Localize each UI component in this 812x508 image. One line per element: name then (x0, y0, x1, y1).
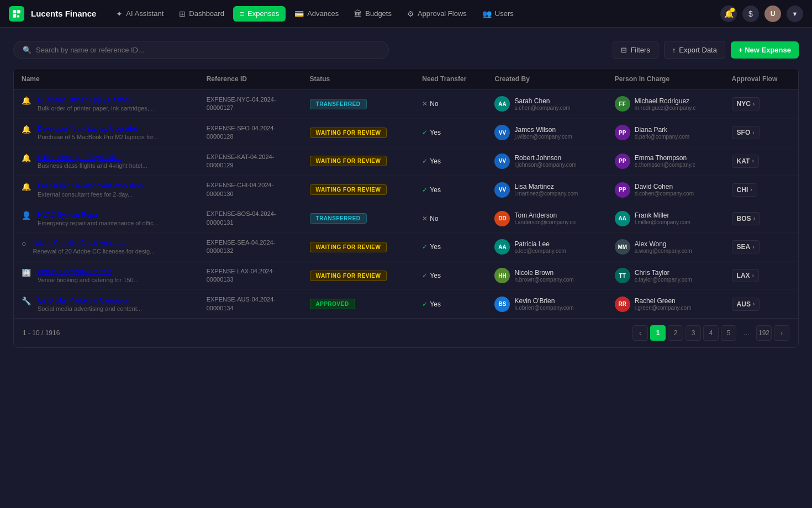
transfer-cell: ✓ Yes (414, 261, 487, 290)
reference-id-cell: EXPENSE-NYC-04.2024-00000127 (199, 90, 302, 119)
table-row[interactable]: 🔔 Leadership Development Workshop Extern… (14, 176, 798, 204)
nav-item-expenses[interactable]: ≡Expenses (233, 6, 286, 22)
expense-link[interactable]: Adobe Creative Cloud Annual... (33, 239, 125, 247)
created-by-user: VV Lisa Martinez l.martinez@company.com (494, 182, 599, 198)
account-menu-button[interactable]: ▼ (787, 6, 803, 22)
table-row[interactable]: ○ Adobe Creative Cloud Annual... Renewal… (14, 232, 798, 261)
nav-label: Dashboard (189, 9, 224, 18)
expense-link[interactable]: Developer Team Laptop Upgrades (38, 125, 139, 133)
page-4-button[interactable]: 4 (703, 325, 719, 341)
table-row[interactable]: 🔔 Quarterly Office Supply Restock Bulk o… (14, 90, 798, 119)
chevron-right-icon: › (752, 158, 753, 164)
pic-name: Chris Taylor (635, 269, 692, 277)
main-content: 🔍 ⊟ Filters ↑ Export Data + New Expense … (0, 28, 812, 361)
table-row[interactable]: 🏢 Annual Company Retreat Venue booking a… (14, 261, 798, 290)
notifications-button[interactable]: 🔔 (720, 6, 737, 22)
flow-badge[interactable]: LAX › (732, 269, 759, 282)
currency-button[interactable]: $ (742, 6, 759, 22)
nav-item-budgets[interactable]: 🏛Budgets (347, 6, 398, 22)
flow-badge[interactable]: AUS › (732, 298, 760, 311)
search-input[interactable] (36, 46, 379, 54)
new-expense-button[interactable]: + New Expense (731, 41, 799, 59)
reference-id-cell: EXPENSE-SFO-04.2024-00000128 (199, 118, 302, 147)
created-by-cell: VV Lisa Martinez l.martinez@company.com (487, 176, 607, 204)
pic-email: e.thompson@company.c (635, 162, 695, 168)
pic-avatar: PP (615, 182, 630, 198)
nav-icon: ✦ (116, 9, 123, 18)
transfer-value: ✕ No (422, 100, 479, 108)
flow-label: LAX (737, 272, 750, 279)
reference-id-cell: EXPENSE-AUS-04.2024-00000134 (199, 290, 302, 318)
expense-name-cell: 🔔 Leadership Development Workshop Extern… (14, 176, 199, 204)
created-by-user: VV Robert Johnson r.johnson@company.com (494, 154, 599, 169)
flow-label: AUS (737, 300, 751, 308)
created-by-cell: DD Tom Anderson t.anderson@company.co (487, 204, 607, 233)
table-row[interactable]: 🔔 Developer Team Laptop Upgrades Purchas… (14, 118, 798, 147)
nav-item-ai-assistant[interactable]: ✦AI Assistant (109, 6, 170, 22)
table-row[interactable]: 🔔 Client Meeting - Tokyo Office Business… (14, 147, 798, 176)
flow-badge[interactable]: CHI › (732, 183, 757, 197)
last-page-button[interactable]: 192 (756, 325, 772, 341)
status-cell: WAITING FOR REVIEW (302, 118, 415, 147)
flow-badge[interactable]: SFO › (732, 126, 760, 139)
page-3-button[interactable]: 3 (686, 325, 701, 341)
transfer-cell: ✓ Yes (414, 176, 487, 204)
expense-link[interactable]: Annual Company Retreat (38, 268, 112, 276)
created-email: p.lee@company.com (514, 248, 566, 254)
flow-cell: LAX › (724, 261, 798, 290)
expense-desc: Venue booking and catering for 150... (38, 277, 139, 283)
nav-label: Budgets (365, 9, 392, 18)
created-name: James Wilson (514, 126, 572, 134)
page-5-button[interactable]: 5 (721, 325, 736, 341)
export-button[interactable]: ↑ Export Data (664, 41, 725, 59)
nav-item-advances[interactable]: 💳Advances (288, 6, 345, 22)
expense-icon: 🏢 (22, 268, 31, 277)
reference-id: EXPENSE-AUS-04.2024-00000134 (207, 295, 294, 313)
status-cell: TRANSFERRED (302, 90, 415, 119)
transfer-value: ✓ Yes (422, 157, 479, 165)
page-2-button[interactable]: 2 (668, 325, 683, 341)
status-badge: WAITING FOR REVIEW (310, 184, 387, 195)
expense-link[interactable]: Q2 Digital Marketing Campaign (38, 297, 130, 304)
pic-user: MM Alex Wong a.wong@company.com (615, 239, 716, 255)
expenses-table: Name Reference ID Status Need Transfer C… (13, 68, 799, 348)
logo-icon (9, 6, 24, 22)
expense-name-cell: ○ Adobe Creative Cloud Annual... Renewal… (14, 232, 199, 261)
nav-item-approval-flows[interactable]: ⚙Approval Flows (400, 6, 473, 22)
flow-badge[interactable]: SEA › (732, 240, 760, 253)
pic-avatar: PP (615, 125, 630, 140)
pic-avatar: MM (615, 239, 630, 255)
prev-page-button[interactable]: ‹ (632, 325, 648, 341)
user-avatar[interactable]: U (764, 6, 781, 22)
page-1-button[interactable]: 1 (650, 325, 666, 341)
expense-link[interactable]: Client Meeting - Tokyo Office (38, 154, 122, 161)
nav-item-users[interactable]: 👥Users (476, 6, 520, 22)
next-page-button[interactable]: › (774, 325, 789, 341)
expense-link[interactable]: Quarterly Office Supply Restock (38, 96, 132, 104)
status-badge: TRANSFERRED (310, 99, 367, 109)
expense-link[interactable]: Leadership Development Workshop (38, 182, 143, 190)
pagination-summary: 1 - 10 / 1916 (23, 329, 60, 337)
created-by-cell: VV James Wilson j.wilson@company.com (487, 118, 607, 147)
created-by-user: AA Sarah Chen s.chen@company.com (494, 96, 599, 112)
chevron-right-icon: › (750, 187, 752, 193)
status-badge: TRANSFERRED (310, 213, 367, 224)
table-row[interactable]: 👤 HVAC System Repair Emergency repair an… (14, 204, 798, 233)
created-name: Patricia Lee (514, 240, 566, 248)
nav-item-dashboard[interactable]: ⊞Dashboard (172, 6, 231, 22)
flow-badge[interactable]: BOS › (732, 212, 760, 225)
flow-badge[interactable]: NYC › (732, 97, 760, 110)
created-avatar: BS (494, 297, 510, 312)
col-status: Status (302, 68, 415, 90)
expense-link[interactable]: HVAC System Repair (38, 211, 101, 219)
pic-email: d.park@company.com (635, 134, 689, 140)
pic-user: PP Diana Park d.park@company.com (615, 125, 716, 140)
flow-cell: SFO › (724, 118, 798, 147)
expense-name-cell: 🔔 Developer Team Laptop Upgrades Purchas… (14, 118, 199, 147)
flow-badge[interactable]: KAT › (732, 155, 759, 168)
table-row[interactable]: 🔧 Q2 Digital Marketing Campaign Social m… (14, 290, 798, 318)
filters-button[interactable]: ⊟ Filters (613, 41, 658, 59)
status-cell: TRANSFERRED (302, 204, 415, 233)
flow-cell: AUS › (724, 290, 798, 318)
pic-email: m.rodriguez@company.c (635, 105, 696, 111)
